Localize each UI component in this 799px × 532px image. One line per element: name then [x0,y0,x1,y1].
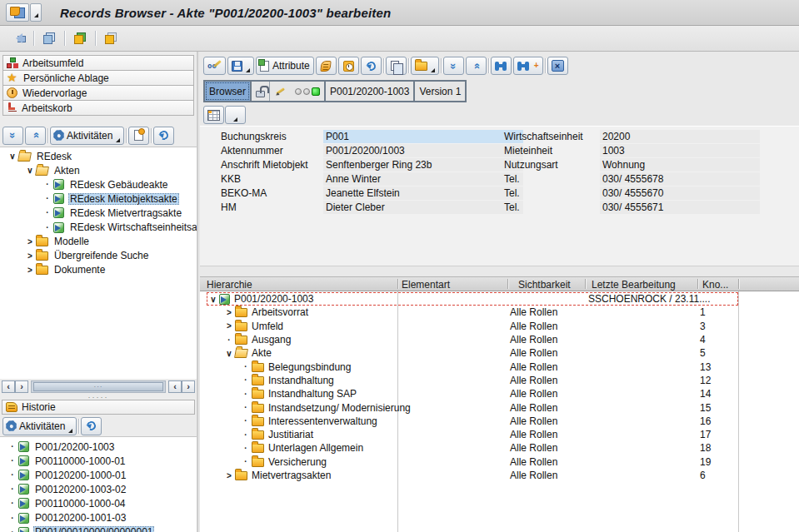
hierarchy-row[interactable]: · Instandsetzung/ Modernisierung Alle Ro… [207,400,738,414]
lock-button[interactable] [252,82,269,101]
find-button[interactable] [491,57,512,75]
collapse-all-button[interactable]: » [25,127,46,145]
tree-item[interactable]: · REdesk Mietvertragsakte [0,206,197,220]
expander-icon[interactable]: > [223,321,235,331]
expander-icon[interactable]: > [24,237,36,246]
tree-item[interactable]: ∨ Akten [0,163,197,177]
expander-icon[interactable]: > [223,308,235,317]
attribute-value[interactable]: Jeanette Elfstein [323,186,523,200]
attribute-value[interactable]: P001 [323,130,523,143]
expander-icon[interactable]: > [24,251,36,261]
history-item[interactable]: · P00110000-1000-01 [0,454,197,468]
attribute-value[interactable]: Dieter Cleber [323,201,523,214]
attribute-value[interactable]: 030/ 4555671 [600,201,760,214]
layout-dropdown-button[interactable] [225,106,246,124]
single-window-button[interactable] [101,28,121,48]
scroll-right-button[interactable]: › [15,380,28,393]
hierarchy-row[interactable]: > Umfeld Alle Rollen 3 [207,320,738,333]
hierarchy-row[interactable]: > Arbeitsvorrat Alle Rollen 1 [207,306,738,319]
expander-icon[interactable]: · [223,336,235,345]
folder-button[interactable] [411,57,439,75]
hierarchy-row[interactable]: · Versicherung Alle Rollen 19 [207,455,738,469]
expander-icon[interactable]: ∨ [7,152,18,161]
tree-item[interactable]: · REdesk Gebäudeakte [0,177,197,191]
create-shortcut-button[interactable] [70,28,90,48]
expand-all-button[interactable]: » [2,127,23,145]
expander-icon[interactable]: ∨ [223,349,235,358]
attribute-value[interactable]: P001/20200/1003 [323,144,523,157]
scroll-left-button[interactable]: ‹ [168,380,182,393]
attribute-value[interactable]: Senftenberger Ring 23b [323,158,523,172]
sidebar-nav-button[interactable]: Arbeitsumfeld [2,55,194,71]
tree-item[interactable]: ∨ REdesk [0,149,197,163]
expander-icon[interactable]: · [240,416,252,425]
save-button[interactable] [227,57,254,75]
expander-icon[interactable]: · [240,403,252,412]
history-header[interactable]: Historie [2,400,195,415]
attribute-value[interactable]: 030/ 4555670 [600,186,760,200]
expander-icon[interactable]: ∨ [207,295,219,304]
hierarchy-row[interactable]: ∨ Akte Alle Rollen 5 [207,346,738,360]
column-header-hierarchie[interactable]: Hierarchie [207,279,252,291]
sidebar-nav-button[interactable]: Arbeitskorb [2,100,194,116]
history-item[interactable]: · P00110000-1000-04 [0,496,197,510]
expander-icon[interactable]: · [240,390,252,399]
column-divider[interactable] [697,279,698,289]
scrollbar-thumb[interactable]: ··· [33,382,163,391]
expander-icon[interactable]: · [42,180,53,189]
transaction-menu-button[interactable] [6,3,29,22]
history-item[interactable]: · P00120200-1001-03 [0,510,197,525]
attribute-button[interactable]: Attribute [256,57,314,75]
log-button[interactable] [316,57,337,75]
attribute-value[interactable]: 20200 [600,130,760,143]
expander-icon[interactable]: · [240,430,252,440]
hierarchy-row[interactable]: · Unterlagen Allgemein Alle Rollen 18 [207,441,738,455]
column-header-letzte-bearbeitung[interactable]: Letzte Bearbeitung [592,279,676,291]
expander-icon[interactable]: · [42,208,53,217]
history-item[interactable]: · P001/20200-1003 [0,440,197,454]
expander-icon[interactable]: · [240,375,252,385]
column-divider[interactable] [397,279,398,289]
hierarchy-row[interactable]: · Instandhaltung Alle Rollen 12 [207,374,738,387]
expander-icon[interactable]: · [240,362,252,371]
expander-icon[interactable]: · [42,223,53,232]
activities-button[interactable]: Aktivitäten [50,127,124,145]
create-button[interactable] [128,127,149,145]
hierarchy-row[interactable]: · Interessentenverwaltung Alle Rollen 16 [207,415,738,428]
scroll-right-button[interactable]: › [182,380,195,393]
hierarchy-row[interactable]: ∨ P001/20200-1003 SSCHOENROCK / 23.11...… [207,292,738,306]
edit-button[interactable] [270,82,291,101]
expander-icon[interactable]: ∨ [24,166,36,175]
titlebar-dropdown-button[interactable] [30,3,42,22]
display-change-button[interactable] [203,57,226,75]
history-item[interactable]: · P00120200-1000-01 [0,468,197,482]
expander-icon[interactable]: · [240,457,252,466]
attribute-value[interactable]: 1003 [600,144,760,157]
hierarchy-row[interactable]: · Justitiariat Alle Rollen 17 [207,428,738,441]
scroll-left-button[interactable]: ‹ [2,380,15,393]
column-header-elementart[interactable]: Elementart [402,279,450,291]
layout-button[interactable] [203,106,224,124]
browser-mode-badge[interactable]: Browser [205,82,250,101]
expand-all-button[interactable]: » [443,57,464,75]
copy-button[interactable] [386,57,407,75]
refresh-button[interactable] [153,127,174,145]
panel-splitter[interactable]: ····· [0,394,197,400]
tree-item[interactable]: > Übergreifende Suche [0,249,197,263]
column-header-knoten[interactable]: Kno... [702,279,728,291]
sidebar-nav-button[interactable]: Persönliche Ablage [2,70,194,86]
tree-item[interactable]: > Modelle [0,235,197,249]
hierarchy-row[interactable]: · Instandhaltung SAP Alle Rollen 14 [207,387,738,400]
sidebar-nav-button[interactable]: Wiedervorlage [2,85,194,101]
collapse-all-button[interactable]: » [466,57,487,75]
expander-icon[interactable]: · [42,194,53,203]
tree-item[interactable]: · REdesk Mietobjektsakte [0,191,197,206]
history-item[interactable]: · P001/00010000/00000001 [0,525,197,532]
column-header-sichtbarkeit[interactable]: Sichtbarkeit [518,279,571,291]
scrollbar-track[interactable]: ··· [31,380,166,393]
find-next-button[interactable]: + [513,57,543,75]
history-refresh-button[interactable] [81,417,102,435]
tree-item[interactable]: · REdesk Wirtschaftseinheitsakte [0,220,197,234]
column-divider[interactable] [507,279,508,289]
hierarchy-row[interactable]: · Belegungsbindung Alle Rollen 13 [207,360,738,373]
